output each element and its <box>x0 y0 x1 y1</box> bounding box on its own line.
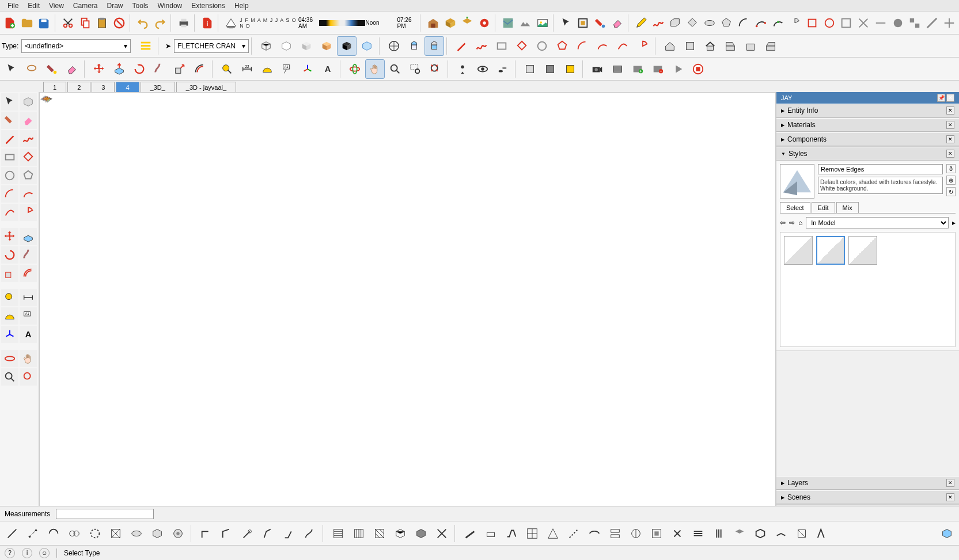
bt-extra-12[interactable] <box>688 524 708 543</box>
pie2-button[interactable] <box>633 36 653 56</box>
lt-freehand[interactable] <box>20 130 37 147</box>
style-create-button[interactable]: ⊕ <box>946 176 956 185</box>
time-slider[interactable] <box>319 20 365 26</box>
style-shaded-textures-button[interactable] <box>317 36 336 56</box>
bt-extra-15[interactable] <box>750 524 770 543</box>
warehouse-button[interactable] <box>425 13 442 33</box>
camera-tool-button[interactable] <box>587 59 607 79</box>
zoom-window-button[interactable] <box>405 59 425 79</box>
style-shaded-button[interactable] <box>297 36 316 56</box>
pie-button[interactable] <box>787 13 803 33</box>
zoom-button[interactable] <box>385 59 405 79</box>
nav-details-button[interactable]: ▸ <box>952 219 956 227</box>
type-dropdown[interactable]: <undefined>▾ <box>21 39 131 53</box>
style-xray-button[interactable] <box>357 36 377 56</box>
scene-add-button[interactable] <box>628 59 647 79</box>
paint2-button[interactable] <box>42 59 62 79</box>
dimension-button[interactable]: 22 <box>237 59 257 79</box>
arc2pt-button[interactable] <box>593 36 612 56</box>
measurements-input[interactable] <box>56 509 154 519</box>
lt-rect[interactable] <box>1 148 18 166</box>
panel-styles[interactable]: ▼Styles✕ <box>776 147 959 161</box>
menu-view[interactable]: View <box>44 1 69 11</box>
extra-tool-8[interactable] <box>924 13 941 33</box>
lt-paint[interactable] <box>1 112 18 129</box>
scene-tab-3d[interactable]: _3D_ <box>141 82 175 93</box>
lt-select[interactable] <box>1 93 18 111</box>
styles-tab-edit[interactable]: Edit <box>812 202 835 213</box>
freehand-button[interactable] <box>650 13 666 33</box>
photo-textures-button[interactable] <box>534 13 551 33</box>
rotated-rect-button[interactable] <box>684 13 701 33</box>
lt-zoomext[interactable] <box>20 368 37 386</box>
bt-corner-4[interactable] <box>259 524 278 543</box>
copy-button[interactable] <box>77 13 93 33</box>
bt-far-right[interactable] <box>937 524 957 543</box>
scene-tab-3[interactable]: 3 <box>92 82 115 93</box>
menu-draw[interactable]: Draw <box>103 1 128 11</box>
scene-tab-4[interactable]: 4 <box>116 82 139 93</box>
house-back-button[interactable] <box>741 36 760 56</box>
lt-protractor[interactable] <box>1 307 18 325</box>
bt-extra-5[interactable] <box>543 524 563 543</box>
extra-tool-3[interactable] <box>838 13 855 33</box>
freehand2-button[interactable] <box>472 36 491 56</box>
close-icon[interactable]: ✕ <box>946 106 954 115</box>
panel-entity-info[interactable]: ▶Entity Info✕ <box>776 104 959 117</box>
scene-update-button[interactable] <box>608 59 627 79</box>
pushpull-button[interactable] <box>109 59 129 79</box>
axes-button[interactable] <box>298 59 317 79</box>
walk-button[interactable] <box>493 59 513 79</box>
tape-button[interactable] <box>217 59 237 79</box>
style-swatch-3[interactable] <box>848 236 877 265</box>
lt-offset[interactable] <box>20 265 37 282</box>
menu-camera[interactable]: Camera <box>69 1 103 11</box>
bt-extra-11[interactable] <box>668 524 687 543</box>
circle2-button[interactable] <box>532 36 552 56</box>
style-wireframe-button[interactable] <box>256 36 276 56</box>
bt-extra-4[interactable] <box>522 524 542 543</box>
select-button[interactable] <box>2 59 21 79</box>
toggle-terrain-button[interactable] <box>517 13 534 33</box>
polygon2-button[interactable] <box>552 36 572 56</box>
3dtext-button[interactable]: A <box>318 59 338 79</box>
bt-corner-6[interactable] <box>300 524 320 543</box>
bt-extra-6[interactable] <box>564 524 583 543</box>
arc-button[interactable] <box>736 13 752 33</box>
bt-9[interactable] <box>168 524 188 543</box>
polygon-button[interactable] <box>718 13 735 33</box>
style-preview-thumb[interactable] <box>780 164 814 199</box>
menu-edit[interactable]: Edit <box>23 1 44 11</box>
style-name-input[interactable] <box>818 164 943 174</box>
extra-tool-5[interactable] <box>873 13 889 33</box>
close-icon[interactable]: ✕ <box>946 150 954 158</box>
pencil-tool-button[interactable] <box>452 36 471 56</box>
status-tip-button[interactable]: i <box>22 548 32 558</box>
undo-button[interactable] <box>135 13 151 33</box>
offset-button[interactable] <box>190 59 210 79</box>
panel-scenes[interactable]: ▶Scenes✕ <box>776 490 959 504</box>
menu-file[interactable]: File <box>3 1 23 11</box>
lt-pencil[interactable] <box>1 130 18 147</box>
bt-hatch-6[interactable] <box>432 524 452 543</box>
lt-arc3[interactable] <box>1 204 18 221</box>
bt-3[interactable] <box>44 524 63 543</box>
bt-5[interactable] <box>85 524 105 543</box>
lt-move[interactable] <box>1 228 18 245</box>
bt-4[interactable] <box>65 524 84 543</box>
look-around-button[interactable] <box>473 59 492 79</box>
lt-arc[interactable] <box>1 185 18 203</box>
bt-extra-1[interactable] <box>460 524 480 543</box>
lt-circle[interactable] <box>1 167 18 184</box>
bt-corner-2[interactable] <box>217 524 237 543</box>
bt-extra-3[interactable] <box>502 524 521 543</box>
bt-6[interactable] <box>106 524 126 543</box>
style-monochrome-button[interactable] <box>337 36 357 56</box>
panel-close-button[interactable]: ✕ <box>946 94 954 102</box>
bt-extra-16[interactable] <box>771 524 791 543</box>
bt-2[interactable] <box>23 524 43 543</box>
close-icon[interactable]: ✕ <box>946 479 954 487</box>
lt-polygon[interactable] <box>20 167 37 184</box>
panel-layers[interactable]: ▶Layers✕ <box>776 476 959 490</box>
lt-pie[interactable] <box>20 204 37 221</box>
